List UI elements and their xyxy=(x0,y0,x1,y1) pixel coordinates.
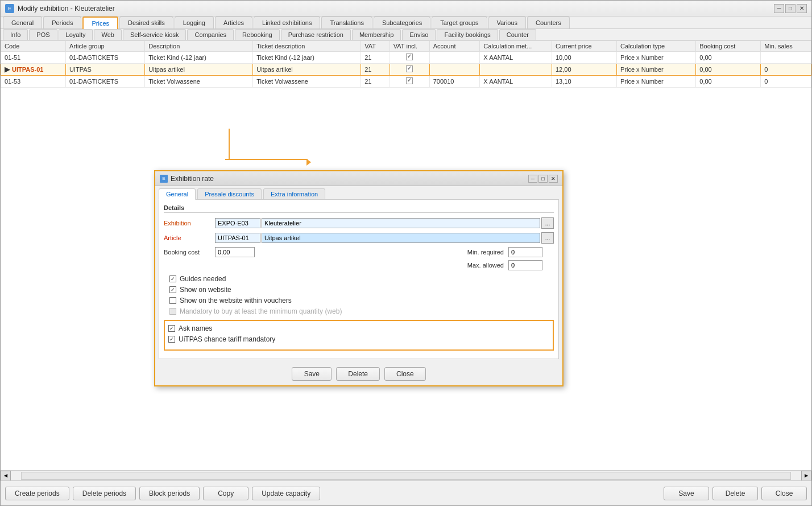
cell-ticket-description: Uitpas artikel xyxy=(253,64,361,76)
tab-counters[interactable]: Counters xyxy=(527,17,570,28)
exhibition-name-field[interactable] xyxy=(262,218,540,228)
article-browse-button[interactable]: ... xyxy=(541,232,554,244)
subtab-loyalty[interactable]: Loyalty xyxy=(59,29,93,40)
article-code-field[interactable] xyxy=(215,233,260,243)
scroll-left-button[interactable]: ◀ xyxy=(1,471,11,481)
max-allowed-field[interactable] xyxy=(508,260,542,270)
col-min-sales[interactable]: Min. sales xyxy=(761,41,811,52)
tab-target-groups[interactable]: Target groups xyxy=(432,17,487,28)
guides-needed-checkbox[interactable]: ✓ xyxy=(169,275,176,282)
col-current-price[interactable]: Current price xyxy=(552,41,617,52)
show-vouchers-row: Show on the website within vouchers xyxy=(169,297,554,305)
booking-cost-field[interactable] xyxy=(215,247,255,257)
col-description[interactable]: Description xyxy=(145,41,253,52)
tab-translations[interactable]: Translations xyxy=(321,17,372,28)
dialog-restore-button[interactable]: □ xyxy=(538,175,548,183)
vat-incl-checkbox[interactable] xyxy=(406,77,413,84)
min-required-field[interactable] xyxy=(508,247,542,257)
tab-logging[interactable]: Logging xyxy=(175,17,214,28)
dialog-tab-presale-discounts[interactable]: Presale discounts xyxy=(197,188,262,199)
cell-booking-cost: 0,00 xyxy=(696,76,761,88)
exhibition-browse-button[interactable]: ... xyxy=(541,217,554,229)
subtab-counter[interactable]: Counter xyxy=(499,29,536,40)
cell-min-sales: 0 xyxy=(761,64,811,76)
tab-general[interactable]: General xyxy=(3,17,42,28)
horizontal-scrollbar[interactable] xyxy=(21,472,791,480)
subtab-web[interactable]: Web xyxy=(94,29,121,40)
dialog-delete-button[interactable]: Delete xyxy=(336,367,380,381)
cell-description: Ticket Volwassene xyxy=(145,76,253,88)
cell-vat-incl xyxy=(390,64,429,76)
table-row[interactable]: 01-51 01-DAGTICKETS Ticket Kind (-12 jaa… xyxy=(1,52,811,64)
dialog-tab-extra-information[interactable]: Extra information xyxy=(263,188,325,199)
tab-various[interactable]: Various xyxy=(488,17,526,28)
dialog-close-button[interactable]: ✕ xyxy=(549,175,558,183)
dialog-tab-general[interactable]: General xyxy=(159,188,196,200)
ask-names-checkbox[interactable]: ✓ xyxy=(168,325,175,332)
col-account[interactable]: Account xyxy=(429,41,480,52)
subtab-pos[interactable]: POS xyxy=(29,29,57,40)
exhibition-code-field[interactable] xyxy=(215,218,260,228)
dialog-save-button[interactable]: Save xyxy=(292,367,332,381)
tab-periods[interactable]: Periods xyxy=(43,17,81,28)
dialog-controls: ─ □ ✕ xyxy=(528,175,558,183)
vat-incl-checkbox[interactable] xyxy=(406,65,413,72)
uitpas-chance-checkbox[interactable]: ✓ xyxy=(168,336,175,343)
subtab-enviso[interactable]: Enviso xyxy=(402,29,436,40)
minimize-button[interactable]: ─ xyxy=(774,4,784,13)
tab-subcategories[interactable]: Subcategories xyxy=(374,17,430,28)
article-name-field[interactable] xyxy=(262,233,540,243)
cell-code: 01-51 xyxy=(1,52,66,64)
guides-needed-row: ✓ Guides needed xyxy=(169,275,554,283)
block-periods-button[interactable]: Block periods xyxy=(139,487,200,500)
cell-account xyxy=(429,64,480,76)
subtab-companies[interactable]: Companies xyxy=(187,29,234,40)
cell-code: 01-53 xyxy=(1,76,66,88)
dialog-close-button-footer[interactable]: Close xyxy=(384,367,426,381)
tab-linked-exhibitions[interactable]: Linked exhibitions xyxy=(254,17,320,28)
delete-periods-button[interactable]: Delete periods xyxy=(73,487,136,500)
subtab-info[interactable]: Info xyxy=(3,29,28,40)
guides-needed-label: Guides needed xyxy=(180,275,226,283)
cell-calculation-met xyxy=(480,64,552,76)
uitpas-chance-row: ✓ UiTPAS chance tariff mandatory xyxy=(168,335,549,343)
subtab-membership[interactable]: Membership xyxy=(352,29,401,40)
create-periods-button[interactable]: Create periods xyxy=(5,487,69,500)
vat-incl-checkbox[interactable] xyxy=(406,54,413,60)
col-ticket-description[interactable]: Ticket description xyxy=(253,41,361,52)
restore-button[interactable]: □ xyxy=(785,4,796,13)
copy-button[interactable]: Copy xyxy=(203,487,248,500)
col-code[interactable]: Code xyxy=(1,41,66,52)
tab-desired-skills[interactable]: Desired skills xyxy=(119,17,173,28)
show-website-checkbox[interactable]: ✓ xyxy=(169,286,176,293)
col-vat[interactable]: VAT xyxy=(361,41,390,52)
tab-articles[interactable]: Articles xyxy=(215,17,252,28)
close-button[interactable]: Close xyxy=(761,487,807,500)
section-title: Details xyxy=(164,204,554,213)
tab-prices[interactable]: Prices xyxy=(82,17,118,29)
title-bar: E Modify exhibition - Kleuteratelier ─ □… xyxy=(1,1,811,17)
scroll-right-button[interactable]: ▶ xyxy=(801,471,811,481)
subtab-facility-bookings[interactable]: Facility bookings xyxy=(437,29,498,40)
subtab-purchase-restriction[interactable]: Purchase restriction xyxy=(281,29,351,40)
subtab-rebooking[interactable]: Rebooking xyxy=(235,29,280,40)
col-article-group[interactable]: Article group xyxy=(65,41,144,52)
col-booking-cost[interactable]: Booking cost xyxy=(696,41,761,52)
col-calculation-type[interactable]: Calculation type xyxy=(616,41,695,52)
highlighted-checkboxes-box: ✓ Ask names ✓ UiTPAS chance tariff manda… xyxy=(164,320,554,351)
save-button[interactable]: Save xyxy=(664,487,709,500)
col-vat-incl[interactable]: VAT incl. xyxy=(390,41,429,52)
col-calculation-met[interactable]: Calculation met... xyxy=(480,41,552,52)
update-capacity-button[interactable]: Update capacity xyxy=(252,487,320,500)
article-row: Article ... xyxy=(164,232,554,244)
show-vouchers-checkbox[interactable] xyxy=(169,297,176,304)
subtab-self-service[interactable]: Self-service kiosk xyxy=(123,29,187,40)
close-window-button[interactable]: ✕ xyxy=(797,4,807,13)
table-row[interactable]: ▶UITPAS-01 UITPAS Uitpas artikel Uitpas … xyxy=(1,64,811,76)
sub-tabs-row: Info POS Loyalty Web Self-service kiosk … xyxy=(1,29,811,40)
table-row[interactable]: 01-53 01-DAGTICKETS Ticket Volwassene Ti… xyxy=(1,76,811,88)
delete-button[interactable]: Delete xyxy=(712,487,758,500)
min-required-label: Min. required xyxy=(447,249,504,256)
mandatory-min-checkbox[interactable] xyxy=(169,308,176,315)
dialog-minimize-button[interactable]: ─ xyxy=(528,175,537,183)
